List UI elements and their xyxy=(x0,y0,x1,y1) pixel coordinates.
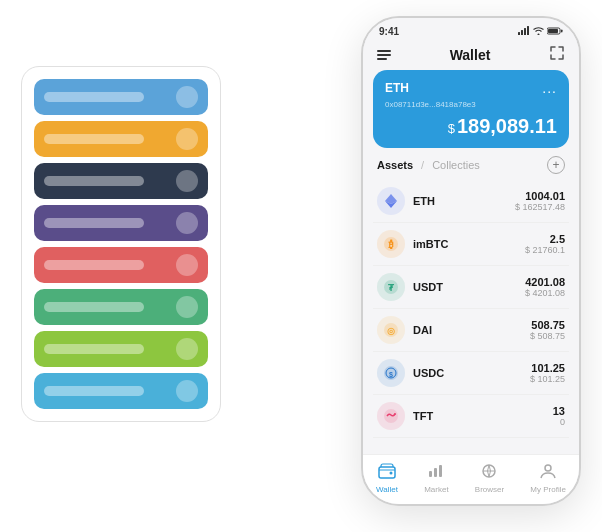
eth-card[interactable]: ETH ... 0x08711d3e...8418a78e3 $189,089.… xyxy=(373,70,569,148)
card-bar xyxy=(44,260,144,270)
eth-card-header: ETH ... xyxy=(385,80,557,96)
page-title: Wallet xyxy=(450,47,491,63)
asset-row-tft[interactable]: TFT 13 0 xyxy=(373,395,569,438)
card-bar xyxy=(44,302,144,312)
asset-list: ETH 1004.01 $ 162517.48 ₿ imBTC 2.5 $ 21… xyxy=(363,180,579,454)
usdt-icon: ₮ xyxy=(377,273,405,301)
stack-card-3[interactable] xyxy=(34,163,208,199)
menu-button[interactable] xyxy=(377,50,391,60)
assets-tabs: Assets / Collecties + xyxy=(363,156,579,180)
hamburger-line xyxy=(377,54,391,56)
usdt-symbol: USDT xyxy=(413,281,525,293)
svg-point-19 xyxy=(394,413,396,415)
card-dot xyxy=(176,380,198,402)
market-nav-icon xyxy=(427,463,445,483)
eth-card-balance: $189,089.11 xyxy=(385,115,557,138)
card-stack xyxy=(21,66,221,422)
stack-card-2[interactable] xyxy=(34,121,208,157)
card-dot xyxy=(176,170,198,192)
hamburger-line xyxy=(377,58,387,60)
nav-market[interactable]: Market xyxy=(424,463,448,494)
nav-profile[interactable]: My Profile xyxy=(530,463,566,494)
market-nav-label: Market xyxy=(424,485,448,494)
svg-rect-6 xyxy=(561,29,563,32)
stack-card-4[interactable] xyxy=(34,205,208,241)
dai-usd: $ 508.75 xyxy=(530,331,565,341)
signal-icon xyxy=(518,26,530,37)
tft-icon xyxy=(377,402,405,430)
dai-amount: 508.75 xyxy=(530,319,565,331)
nav-wallet[interactable]: Wallet xyxy=(376,463,398,494)
svg-rect-24 xyxy=(439,465,442,477)
add-asset-button[interactable]: + xyxy=(547,156,565,174)
tabs-left: Assets / Collecties xyxy=(377,159,480,171)
card-bar xyxy=(44,134,144,144)
svg-rect-23 xyxy=(434,468,437,477)
card-bar xyxy=(44,344,144,354)
svg-text:◎: ◎ xyxy=(387,326,395,336)
browser-nav-label: Browser xyxy=(475,485,504,494)
svg-point-26 xyxy=(545,465,551,471)
imbtc-symbol: imBTC xyxy=(413,238,525,250)
svg-rect-5 xyxy=(548,29,558,33)
plus-icon: + xyxy=(552,159,559,171)
usdt-amount: 4201.08 xyxy=(525,276,565,288)
eth-balance-amount: 189,089.11 xyxy=(457,115,557,137)
card-dot xyxy=(176,338,198,360)
status-time: 9:41 xyxy=(379,26,399,37)
svg-text:₮: ₮ xyxy=(388,283,395,293)
eth-amount: 1004.01 xyxy=(515,190,565,202)
stack-card-8[interactable] xyxy=(34,373,208,409)
stack-card-1[interactable] xyxy=(34,79,208,115)
usdt-amounts: 4201.08 $ 4201.08 xyxy=(525,276,565,298)
stack-card-7[interactable] xyxy=(34,331,208,367)
eth-symbol: ETH xyxy=(413,195,515,207)
tab-divider: / xyxy=(421,159,424,171)
svg-text:$: $ xyxy=(389,371,393,379)
asset-row-eth[interactable]: ETH 1004.01 $ 162517.48 xyxy=(373,180,569,223)
stack-card-5[interactable] xyxy=(34,247,208,283)
tft-amounts: 13 0 xyxy=(553,405,565,427)
card-bar xyxy=(44,386,144,396)
expand-icon[interactable] xyxy=(549,45,565,64)
profile-nav-icon xyxy=(539,463,557,483)
card-dot xyxy=(176,296,198,318)
profile-nav-label: My Profile xyxy=(530,485,566,494)
asset-row-usdc[interactable]: $ USDC 101.25 $ 101.25 xyxy=(373,352,569,395)
usdt-usd: $ 4201.08 xyxy=(525,288,565,298)
eth-dollar-sign: $ xyxy=(448,121,455,136)
eth-card-options[interactable]: ... xyxy=(542,80,557,96)
wifi-icon xyxy=(533,27,544,37)
scene: 9:41 xyxy=(21,16,581,516)
nav-browser[interactable]: Browser xyxy=(475,463,504,494)
imbtc-amount: 2.5 xyxy=(525,233,565,245)
card-dot xyxy=(176,254,198,276)
svg-rect-22 xyxy=(429,471,432,477)
asset-row-imbtc[interactable]: ₿ imBTC 2.5 $ 21760.1 xyxy=(373,223,569,266)
svg-point-21 xyxy=(390,472,393,475)
card-dot xyxy=(176,212,198,234)
imbtc-icon: ₿ xyxy=(377,230,405,258)
asset-row-usdt[interactable]: ₮ USDT 4201.08 $ 4201.08 xyxy=(373,266,569,309)
tab-collecties[interactable]: Collecties xyxy=(432,159,480,171)
wallet-nav-icon xyxy=(378,463,396,483)
svg-rect-20 xyxy=(379,467,395,478)
battery-icon xyxy=(547,27,563,37)
svg-point-18 xyxy=(384,409,398,423)
dai-icon: ◎ xyxy=(377,316,405,344)
phone-header: Wallet xyxy=(363,41,579,70)
usdc-usd: $ 101.25 xyxy=(530,374,565,384)
card-dot xyxy=(176,86,198,108)
asset-row-dai[interactable]: ◎ DAI 508.75 $ 508.75 xyxy=(373,309,569,352)
tft-symbol: TFT xyxy=(413,410,553,422)
tft-amount: 13 xyxy=(553,405,565,417)
browser-nav-icon xyxy=(480,463,498,483)
phone: 9:41 xyxy=(361,16,581,506)
tab-assets[interactable]: Assets xyxy=(377,159,413,171)
wallet-nav-label: Wallet xyxy=(376,485,398,494)
tft-usd: 0 xyxy=(553,417,565,427)
stack-card-6[interactable] xyxy=(34,289,208,325)
usdc-symbol: USDC xyxy=(413,367,530,379)
usdc-icon: $ xyxy=(377,359,405,387)
svg-text:₿: ₿ xyxy=(388,239,394,250)
